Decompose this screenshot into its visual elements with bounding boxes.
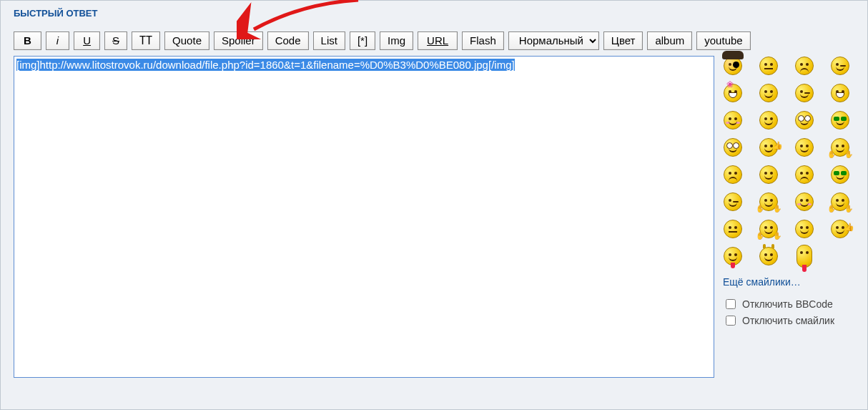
img-button[interactable]: Img xyxy=(380,31,413,50)
list-item-button[interactable]: [*] xyxy=(350,31,375,50)
smiley-wink[interactable] xyxy=(723,192,743,212)
disable-smilies-label: Отключить смайлик xyxy=(742,315,834,326)
code-button[interactable]: Code xyxy=(267,31,309,50)
disable-bbcode-checkbox[interactable] xyxy=(726,299,736,309)
panel-title: БЫСТРЫЙ ОТВЕТ xyxy=(14,8,859,19)
smiley-shy[interactable] xyxy=(723,110,743,130)
spoiler-button[interactable]: Spoiler xyxy=(214,31,263,50)
disable-bbcode-label: Отключить BBCode xyxy=(742,298,833,310)
smiley-roll[interactable] xyxy=(794,110,814,130)
smiley-smile[interactable] xyxy=(759,83,779,103)
disable-bbcode-option[interactable]: Отключить BBCode xyxy=(723,297,859,311)
smiley-hands[interactable]: ✋✋ xyxy=(830,137,850,157)
smiley-smile[interactable] xyxy=(794,219,814,239)
url-button[interactable]: URL xyxy=(418,31,458,50)
smiley-hands[interactable]: ✋✋ xyxy=(759,219,779,239)
smiley-neutral[interactable] xyxy=(723,219,743,239)
smiley-smile[interactable] xyxy=(759,165,779,185)
more-smilies-link[interactable]: Ещё смайлики… xyxy=(723,276,801,288)
smiley-cool[interactable] xyxy=(830,165,850,185)
smiley-thumb[interactable]: 👍 xyxy=(759,137,779,157)
strike-button[interactable]: S xyxy=(104,31,127,50)
smiley-sad[interactable] xyxy=(794,165,814,185)
font-size-select[interactable]: Нормальный xyxy=(508,31,599,50)
smiley-smile[interactable] xyxy=(794,137,814,157)
smiley-cool[interactable] xyxy=(830,110,850,130)
smiley-tongue[interactable] xyxy=(723,246,743,266)
underline-button[interactable]: U xyxy=(74,31,100,50)
selected-text: [img]http://www.litostrovok.ru/download/… xyxy=(16,59,515,71)
smiley-drop[interactable] xyxy=(759,110,779,130)
italic-button[interactable]: i xyxy=(46,31,69,50)
disable-smilies-checkbox[interactable] xyxy=(726,316,736,326)
flash-button[interactable]: Flash xyxy=(462,31,504,50)
list-button[interactable]: List xyxy=(313,31,345,50)
bold-button[interactable]: B xyxy=(14,31,41,50)
youtube-button[interactable]: youtube xyxy=(696,31,750,50)
smiley-shy[interactable] xyxy=(794,192,814,212)
bbcode-toolbar: B i U S TT Quote Spoiler Code List [*] I… xyxy=(14,31,859,50)
smiley-grin[interactable] xyxy=(830,83,850,103)
tt-button[interactable]: TT xyxy=(132,31,160,50)
album-button[interactable]: album xyxy=(647,31,692,50)
quote-button[interactable]: Quote xyxy=(164,31,209,50)
smiley-sad-2[interactable] xyxy=(723,165,743,185)
smiley-roll[interactable] xyxy=(723,137,743,157)
smiley-sad[interactable] xyxy=(794,56,814,76)
smiley-hands[interactable]: ✋✋ xyxy=(759,192,779,212)
smiley-wink[interactable] xyxy=(830,56,850,76)
post-options: Отключить BBCode Отключить смайлик xyxy=(723,297,859,328)
smiley-dev[interactable] xyxy=(759,246,779,266)
smiley-thumb[interactable]: 👍 xyxy=(830,219,850,239)
smiley-hands[interactable]: ✋✋ xyxy=(830,192,850,212)
smiley-long-tongue[interactable] xyxy=(794,246,814,266)
disable-smilies-option[interactable]: Отключить смайлик xyxy=(723,313,859,328)
smiley-neutral[interactable] xyxy=(759,56,779,76)
message-textarea[interactable]: [img]http://www.litostrovok.ru/download/… xyxy=(14,56,714,378)
smiley-wink[interactable] xyxy=(794,83,814,103)
smiley-bow-grin[interactable]: ❀ xyxy=(723,83,743,103)
smilies-grid: ❀👍✋✋✋✋✋✋✋✋👍 xyxy=(723,56,859,266)
color-button[interactable]: Цвет xyxy=(603,31,643,50)
smiley-pirate[interactable] xyxy=(723,56,743,76)
